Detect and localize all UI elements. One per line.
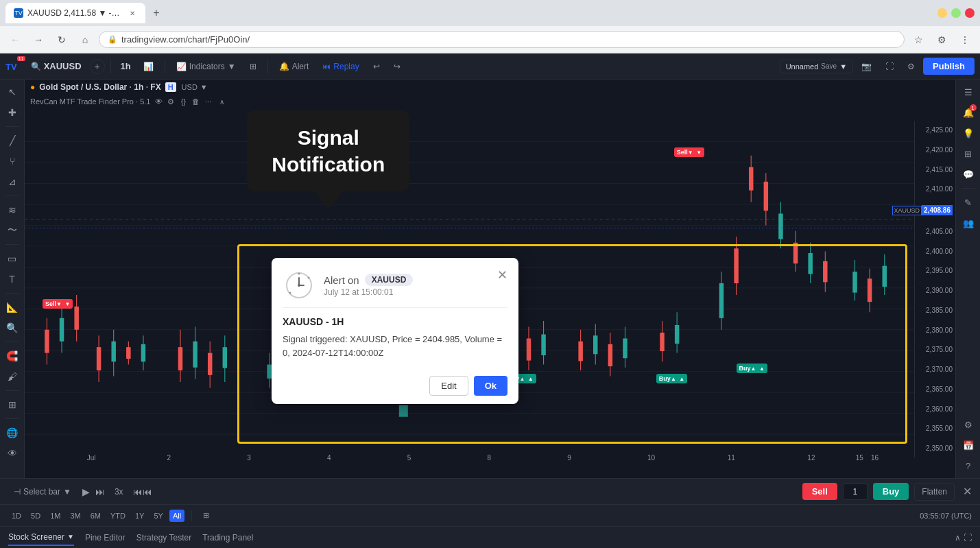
replay-button[interactable]: ⏮ Replay: [317, 59, 364, 74]
watch-tool[interactable]: 👁: [3, 444, 22, 463]
alert-close-button[interactable]: ✕: [497, 269, 507, 281]
maximize-button[interactable]: [951, 8, 961, 18]
sell-label-2[interactable]: Sell▼: [43, 299, 73, 309]
chart-type-button[interactable]: 📊: [138, 59, 159, 74]
indicator-code-icon[interactable]: {}: [178, 96, 189, 107]
indicator-delete-icon[interactable]: 🗑: [190, 96, 201, 107]
close-button[interactable]: [965, 8, 975, 18]
globe-tool[interactable]: 🌐: [3, 423, 22, 442]
tf-5d[interactable]: 5D: [27, 510, 44, 522]
unnamed-save-button[interactable]: Unnamed Save ▼: [780, 60, 853, 73]
pine-editor-tab[interactable]: Pine Editor: [85, 530, 126, 545]
forward-button[interactable]: →: [29, 30, 48, 49]
screenshot-button[interactable]: 📷: [856, 59, 877, 74]
close-bottom-button[interactable]: ✕: [963, 485, 972, 498]
panel-expand-button[interactable]: ⛶: [964, 533, 972, 543]
back-button[interactable]: ←: [5, 30, 25, 49]
add-symbol-button[interactable]: +: [90, 59, 105, 74]
zoom-tool[interactable]: 🔍: [3, 318, 22, 337]
fibonacci-tool[interactable]: ≋: [3, 200, 22, 219]
indicator-more-icon[interactable]: ···: [202, 96, 213, 107]
templates-button[interactable]: ⊞: [244, 59, 262, 74]
indicators-button[interactable]: 📈 Indicators ▼: [171, 59, 241, 74]
chart-canvas[interactable]: Sell▼ Buy▲ Buy▲ Buy▲ Buy▲ Buy▲: [25, 121, 914, 457]
buy-label-2[interactable]: Buy▲: [737, 364, 767, 373]
address-bar[interactable]: 🔒 tradingview.com/chart/FjPu0Oin/: [99, 31, 905, 48]
cursor-tool[interactable]: ↖: [3, 82, 22, 102]
pine-editor-right-button[interactable]: ✎: [959, 193, 978, 212]
tab-close-button[interactable]: ✕: [128, 8, 137, 18]
menu-button[interactable]: ⋮: [955, 30, 975, 49]
step-forward-button[interactable]: ⏭: [95, 486, 105, 497]
calendar-button[interactable]: 📅: [959, 436, 978, 455]
panel-collapse-button[interactable]: ∧: [955, 533, 961, 543]
tf-ytd[interactable]: YTD: [107, 510, 129, 522]
publish-button[interactable]: Publish: [923, 58, 975, 75]
trendline-tool[interactable]: ╱: [3, 131, 22, 150]
watchlist-button[interactable]: ☰: [959, 82, 978, 102]
play-button[interactable]: ▶: [82, 486, 90, 497]
fullscreen-button[interactable]: ⛶: [880, 59, 899, 74]
sell-bottom-button[interactable]: Sell: [802, 483, 837, 500]
skip-to-end-button[interactable]: ⏮⏮: [133, 486, 152, 497]
brush-tool[interactable]: 🖌: [3, 367, 22, 386]
alert-ok-button[interactable]: Ok: [474, 376, 507, 396]
tf-1y[interactable]: 1Y: [132, 510, 147, 522]
alert-button[interactable]: 🔔 Alert: [274, 59, 315, 74]
ideas-button[interactable]: 💡: [959, 123, 978, 143]
stock-screener-tab[interactable]: Stock Screener ▼: [8, 529, 74, 546]
tf-1d[interactable]: 1D: [8, 510, 25, 522]
new-tab-button[interactable]: +: [148, 5, 165, 21]
redo-button[interactable]: ↪: [388, 59, 406, 74]
layers-tool[interactable]: ⊞: [3, 395, 22, 414]
quantity-input[interactable]: 1: [843, 484, 868, 500]
gannfan-tool[interactable]: ⊿: [3, 172, 22, 191]
buy-bottom-button[interactable]: Buy: [873, 483, 909, 500]
refresh-button[interactable]: ↻: [52, 30, 71, 49]
flatten-button[interactable]: Flatten: [914, 483, 955, 501]
pine-icon: ✎: [964, 198, 972, 208]
indicator-eye-icon[interactable]: 👁: [153, 96, 164, 107]
strategy-tester-tab[interactable]: Strategy Tester: [136, 530, 191, 545]
minimize-button[interactable]: [937, 8, 947, 18]
settings-button[interactable]: ⚙: [902, 59, 920, 74]
crosshair-tool[interactable]: ✚: [3, 103, 22, 122]
text-tool[interactable]: T: [3, 270, 22, 289]
data-window-button[interactable]: ⊞: [959, 144, 978, 163]
zoom-right-button[interactable]: ⚙: [959, 415, 978, 434]
pitchfork-tool[interactable]: ⑂: [3, 152, 22, 171]
alerts-right-button[interactable]: 🔔 1: [959, 103, 978, 122]
extensions-button[interactable]: ⚙: [932, 30, 951, 49]
tf-1m[interactable]: 1M: [47, 510, 64, 522]
home-button[interactable]: ⌂: [75, 30, 95, 49]
bookmark-button[interactable]: ☆: [909, 30, 928, 49]
measure-tool[interactable]: 📐: [3, 298, 22, 317]
tf-5y[interactable]: 5Y: [150, 510, 166, 522]
tf-all[interactable]: All: [169, 510, 184, 522]
trading-panel-tab[interactable]: Trading Panel: [202, 530, 253, 545]
buy-label-1[interactable]: Buy▲: [656, 374, 687, 383]
tf-3m[interactable]: 3M: [67, 510, 84, 522]
collapse-button[interactable]: ∧: [216, 96, 227, 107]
chat-button[interactable]: 💬: [959, 165, 978, 184]
rectangle-tool[interactable]: ▭: [3, 249, 22, 268]
symbol-search[interactable]: 🔍 XAUUSD: [25, 58, 87, 74]
speed-button[interactable]: 3x: [110, 486, 128, 498]
tf-6m[interactable]: 6M: [87, 510, 104, 522]
timeframe-button[interactable]: 1h: [117, 58, 135, 74]
undo-button[interactable]: ↩: [368, 59, 385, 74]
indicator-settings-icon[interactable]: ⚙: [165, 96, 176, 107]
svg-rect-64: [541, 335, 545, 355]
svg-rect-100: [399, 405, 408, 417]
alert-edit-button[interactable]: Edit: [429, 376, 468, 396]
left-divider-7: [5, 418, 19, 419]
select-bar-button[interactable]: ⊣ Select bar ▼: [8, 484, 77, 499]
wave-tool[interactable]: 〜: [3, 221, 22, 240]
sell-label-1[interactable]: Sell▼: [674, 147, 704, 157]
compare-icon: ⊞: [203, 511, 209, 520]
active-tab[interactable]: TV XAUUSD 2,411.58 ▼ -0.15% U... ✕: [5, 3, 145, 23]
compare-button[interactable]: ⊞: [199, 509, 213, 522]
community-button[interactable]: 👥: [959, 213, 978, 233]
help-button[interactable]: ?: [959, 456, 978, 475]
magnet-tool[interactable]: 🧲: [3, 346, 22, 366]
